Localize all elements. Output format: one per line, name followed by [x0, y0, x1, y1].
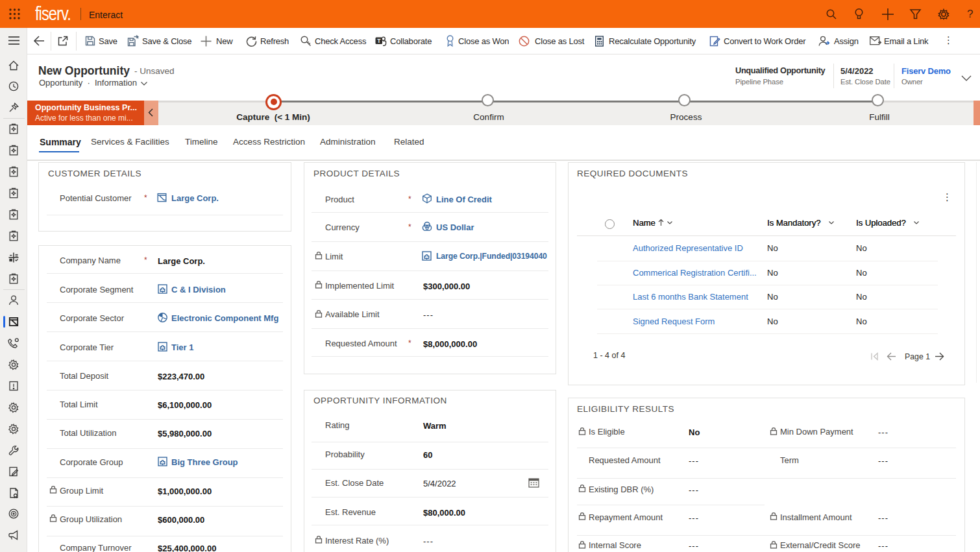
svg-text:T: T [377, 38, 381, 44]
